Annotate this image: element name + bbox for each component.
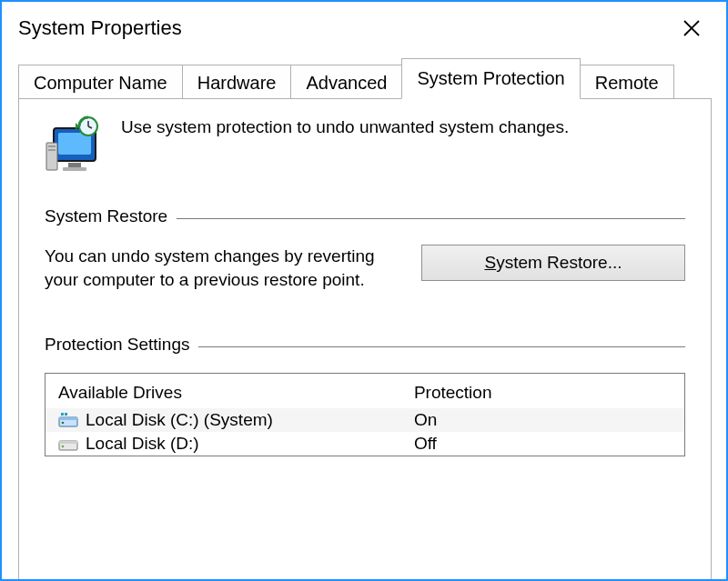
restore-row: You can undo system changes by reverting… xyxy=(45,245,685,291)
button-text-rest: ystem Restore... xyxy=(496,253,622,272)
window-title: System Properties xyxy=(18,16,182,40)
drive-name: Local Disk (C:) (System) xyxy=(86,410,273,430)
svg-rect-19 xyxy=(59,441,77,444)
close-icon xyxy=(682,19,701,37)
titlebar: System Properties xyxy=(2,2,726,51)
system-protection-icon xyxy=(45,115,108,174)
svg-rect-14 xyxy=(59,417,77,420)
svg-rect-8 xyxy=(48,149,56,151)
tab-strip: Computer Name Hardware Advanced System P… xyxy=(18,58,712,99)
drive-name: Local Disk (D:) xyxy=(86,434,199,454)
section-protection-settings: Protection Settings Available Drives Pro… xyxy=(45,335,685,456)
drive-row[interactable]: Local Disk (D:) Off xyxy=(46,432,684,456)
section-divider xyxy=(177,218,685,219)
section-system-restore: System Restore You can undo system chang… xyxy=(45,206,685,291)
tab-advanced[interactable]: Advanced xyxy=(290,65,402,101)
intro-row: Use system protection to undo unwanted s… xyxy=(45,115,685,174)
tab-panel-system-protection: Use system protection to undo unwanted s… xyxy=(18,98,712,581)
svg-point-15 xyxy=(62,422,65,425)
drive-protection-status: Off xyxy=(414,434,672,454)
button-accelerator: S xyxy=(484,253,496,272)
hard-drive-icon xyxy=(58,412,78,428)
section-header-restore: System Restore xyxy=(45,206,685,226)
section-label-protection: Protection Settings xyxy=(45,335,198,355)
tab-system-protection[interactable]: System Protection xyxy=(401,58,580,99)
drives-list: Available Drives Protection Local D xyxy=(45,373,685,456)
close-button[interactable] xyxy=(673,10,710,46)
hard-drive-icon xyxy=(58,436,78,452)
svg-rect-7 xyxy=(48,145,56,147)
column-header-protection: Protection xyxy=(414,383,672,403)
svg-rect-16 xyxy=(61,413,64,416)
section-label-restore: System Restore xyxy=(45,206,177,226)
tab-remote[interactable]: Remote xyxy=(580,65,674,101)
column-header-drive: Available Drives xyxy=(58,383,414,403)
restore-description: You can undo system changes by reverting… xyxy=(45,245,403,291)
tab-computer-name[interactable]: Computer Name xyxy=(18,65,183,101)
drive-protection-status: On xyxy=(414,410,672,430)
section-divider xyxy=(198,346,685,347)
tab-hardware[interactable]: Hardware xyxy=(182,65,292,101)
svg-rect-17 xyxy=(65,413,67,416)
svg-rect-5 xyxy=(63,167,86,171)
drives-header: Available Drives Protection xyxy=(46,374,684,408)
intro-text: Use system protection to undo unwanted s… xyxy=(121,115,569,137)
drive-row[interactable]: Local Disk (C:) (System) On xyxy=(46,408,684,432)
svg-rect-4 xyxy=(68,163,81,167)
svg-point-20 xyxy=(62,446,65,448)
system-restore-button[interactable]: System Restore... xyxy=(421,245,685,281)
section-header-protection: Protection Settings xyxy=(45,335,685,355)
